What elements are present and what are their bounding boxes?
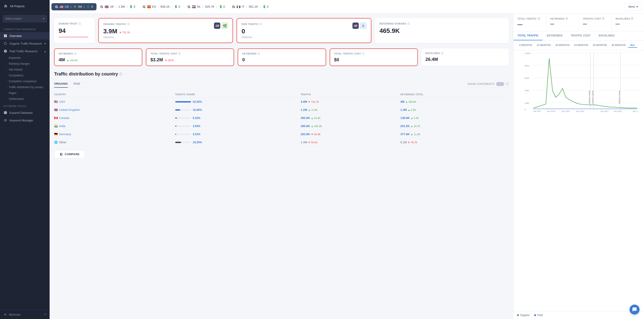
paid-info[interactable]: ⓘ [260,22,262,26]
rp-total-traffic-value: — [518,22,542,27]
country-name-0[interactable]: 🇺🇸USA [54,100,175,103]
organic-flag-leaf[interactable]: 🌿 [222,22,228,29]
time-tab-36m[interactable]: 36 MONTHS [609,43,628,48]
more-label: More [628,5,635,8]
svg-text:20M: 20M [525,102,529,104]
time-tab-30m[interactable]: 30 MONTHS [590,43,609,48]
sidebar-item-expand-database[interactable]: Expand Database [0,109,50,116]
time-tab-18m[interactable]: 18 MONTHS [553,43,572,48]
traffic-distribution-label: Traffic distribution by country [9,86,43,89]
tab-organic[interactable]: ORGANIC [54,80,68,88]
country-name-1[interactable]: 🇬🇧United Kingdom [54,108,175,111]
paid-dot [534,314,536,316]
continents-info[interactable]: ⓘ [506,82,509,86]
chart-tab-keywords[interactable]: KEYWORDS [542,31,567,40]
sidebar-item-paid-traffic[interactable]: Paid Traffic Research ▴ [0,47,50,55]
ranking-changes-label: Ranking changes [9,62,30,65]
organic-flag-us[interactable]: 🇺🇸 [214,22,220,29]
total-cost-value-row: $3.2M ▼ 297K [150,57,230,62]
topbar-item-es[interactable]: 🇪🇸 ES | 656.1K | 💲 0 [139,3,184,10]
organic-dot [517,314,519,316]
more-chevron-icon: ▾ [636,5,638,8]
sidebar-item-ads-history[interactable]: Ads History [0,67,50,72]
bar-track-1 [175,109,191,111]
svg-text:Jan 2...: Jan 2... [632,110,639,112]
traffic-nl: 625.7K [205,5,214,8]
paid-clicks-label: Clicks/mo [242,36,262,38]
topbar-item-nl[interactable]: 🇳🇱 NL | 625.7K | 💲 0 [184,3,228,10]
continents-toggle-switch[interactable] [496,82,504,86]
traffic-es: 656.1K [160,5,170,8]
time-tab-all[interactable]: ALL [628,43,637,48]
section-info[interactable]: ⓘ [119,72,122,76]
country-name-2[interactable]: 🇨🇦Canada [54,116,175,120]
country-cell: 🇩🇪Germany [54,130,175,138]
topbar-item-us[interactable]: 🇺🇸 US | 🌿 4M | 💲 0 [52,3,96,10]
topbar-item-it[interactable]: 🇮🇹 IT | 561.1K | 💲 0 [228,3,272,10]
table-row: 🌐 Other 19.25% 1.4M ▼ 54.1K5.1M ▼ 78.7K [54,138,509,146]
sidebar-item-overview[interactable]: Overview [0,32,50,40]
help-icon[interactable]: ? [44,313,46,316]
domain-trust-value: 94 [59,27,90,34]
sidebar-item-competitors[interactable]: Competitors [0,72,50,78]
keyword-tools-section: KEYWORD TOOLS [0,102,50,109]
time-tab-24m[interactable]: 24 MONTHS [572,43,590,48]
chart-tab-backlinks[interactable]: BACKLINKS [594,31,619,40]
keywords-cell: 1.3M ▲ 6.9K [400,106,509,114]
topbar-item-uk[interactable]: 🇬🇧 UK | 1.3M | 💲 0 [96,3,139,10]
ads-history-label: Ads History [9,68,22,71]
table-header-row: COUNTRY TRAFFIC SHARE TRAFFIC KEYWORDS T… [54,91,509,98]
rp-keywords: KEYWORDS ⓘ — [546,13,579,31]
time-tab-12m[interactable]: 12 MONTHS [534,43,553,48]
bar-track-5 [175,142,191,143]
sidebar-item-keywords[interactable]: Keywords [0,55,50,61]
sidebar-item-subdomains[interactable]: Subdomains [0,96,50,102]
sidebar-item-traffic-distribution[interactable]: Traffic distribution by country [0,84,50,90]
kw-val-0: 4M [400,100,404,103]
sidebar-item-competitor-comparison[interactable]: Competitor comparison [0,78,50,84]
traffic-val-4: 263.8K [300,132,310,136]
other-traffic: 1.4M [300,141,307,144]
svg-text:40M: 40M [525,89,529,92]
organic-traffic-label: Organic Traffic Research [10,42,42,45]
organic-clicks-label: Clicks/mo [103,36,130,38]
country-name-3[interactable]: 🇮🇳India [54,124,175,128]
country-name-4[interactable]: 🇩🇪Germany [54,132,175,136]
pct-0: 52.03% [193,100,202,103]
bar-fill-3 [175,125,176,127]
traffic-bar-0: 52.03% [175,100,300,103]
all-projects-label[interactable]: All Projects [10,4,24,8]
google-icon-es [142,5,146,8]
left-panel: DOMAIN TRUST ⓘ 94 ORGANIC TRAFFIC ⓘ [50,13,513,319]
content-area: DOMAIN TRUST ⓘ 94 ORGANIC TRAFFIC ⓘ [50,13,644,319]
paid-flag-dollar[interactable]: $ [360,22,366,29]
more-button[interactable]: More ▾ [624,3,642,10]
keyword-manager-label: Keyword Manager [10,119,33,122]
bar-fill-1 [175,109,180,111]
sidebar-item-pages[interactable]: Pages [0,90,50,96]
svg-text:0: 0 [525,108,526,111]
paid-flag-us[interactable]: 🇺🇸 [352,22,359,29]
minimize-button[interactable]: Minimize ? [0,310,50,319]
time-tab-6m[interactable]: 6 MONTHS [517,43,534,48]
legend-paid: Paid [534,314,543,317]
chart-tab-traffic-cost[interactable]: TRAFFIC COST [567,31,594,40]
cost-nl: 💲 0 [219,5,225,8]
rp-backlinks-value: — [616,22,640,26]
kw-val-1: 1.3M [400,108,407,111]
svg-text:80M: 80M [525,64,529,67]
tab-paid[interactable]: PAID [73,80,80,88]
bar-fill-0 [175,101,191,102]
referring-info[interactable]: ⓘ [407,22,410,25]
col-keywords-total: KEYWORDS TOTAL [400,91,509,98]
chat-fab[interactable] [630,305,640,315]
chart-tab-total-traffic[interactable]: TOTAL TRAFFIC [514,31,542,40]
sidebar-item-organic-traffic[interactable]: Organic Traffic Research ▾ [0,40,50,47]
project-select[interactable]: Select project ▾ [3,15,47,22]
sidebar-item-keyword-manager[interactable]: Keyword Manager [0,116,50,124]
organic-info[interactable]: ⓘ [127,22,130,26]
compare-button[interactable]: COMPARE [54,150,85,158]
country-es: ES [152,5,156,8]
domain-trust-info[interactable]: ⓘ [78,22,81,25]
sidebar-item-ranking-changes[interactable]: Ranking changes [0,61,50,67]
